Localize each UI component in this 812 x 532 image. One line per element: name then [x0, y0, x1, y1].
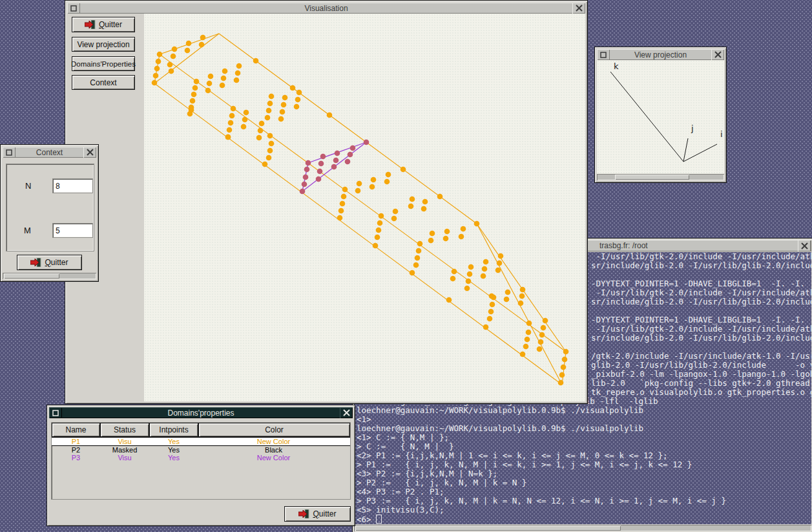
lattice-point: [282, 95, 288, 101]
table-cell: Visu: [100, 438, 149, 445]
lattice-point: [348, 152, 353, 158]
domains-titlebar[interactable]: Domains'properties: [49, 407, 353, 418]
column-header-name[interactable]: Name: [52, 423, 100, 437]
lattice-point: [459, 234, 464, 240]
iconify-icon[interactable]: [67, 3, 80, 14]
lattice-point: [518, 301, 524, 306]
lattice-point: [505, 290, 511, 295]
terminal-scrollbar-thumb[interactable]: [355, 526, 621, 531]
column-header-status[interactable]: Status: [100, 423, 149, 437]
lattice-point: [231, 106, 236, 112]
lattice-point: [450, 276, 456, 282]
lattice-point: [186, 41, 192, 47]
lattice-point: [355, 188, 361, 194]
lattice-point: [490, 302, 495, 308]
column-header-color[interactable]: Color: [198, 423, 350, 437]
axes-canvas[interactable]: kji: [597, 60, 724, 175]
table-row[interactable]: P3VisuYesNew Color: [52, 454, 350, 462]
lattice-point: [410, 270, 415, 276]
lattice-point: [317, 169, 323, 175]
table-cell: New Color: [198, 438, 349, 445]
lattice-point: [467, 271, 473, 277]
terminal-title: trasbg.fr: /root: [599, 241, 648, 250]
scrollbar-thumb[interactable]: [4, 273, 59, 279]
table-cell: P1: [52, 438, 100, 445]
m-field[interactable]: [52, 223, 93, 238]
m-label: M: [24, 226, 31, 235]
lattice-point: [304, 167, 310, 173]
column-header-intpoints[interactable]: Intpoints: [149, 423, 198, 437]
window-title: View projection: [610, 50, 711, 59]
window-title: Visualisation: [80, 4, 572, 13]
lattice-point: [563, 349, 569, 355]
lattice-point: [437, 194, 443, 200]
lattice-point: [208, 74, 214, 80]
lattice-point: [229, 113, 235, 119]
lattice-point: [228, 120, 234, 126]
lattice-point: [461, 226, 466, 232]
lattice-point: [318, 161, 324, 167]
lattice-point: [481, 273, 486, 279]
close-icon[interactable]: [340, 407, 353, 418]
lattice-point: [266, 155, 272, 161]
lattice-point: [474, 221, 480, 227]
lattice-point: [171, 54, 176, 59]
iconify-icon[interactable]: [49, 407, 62, 418]
lattice-point: [526, 330, 532, 335]
lattice-point: [152, 80, 158, 86]
lattice-point: [266, 108, 272, 114]
lattice-point: [415, 255, 421, 261]
context-titlebar[interactable]: Context: [3, 147, 96, 158]
domains-properties-button[interactable]: Domains'Properties: [72, 56, 135, 71]
wireframe-edge: [154, 83, 562, 385]
scrollbar-thumb[interactable]: [615, 175, 689, 180]
lattice-point: [294, 104, 300, 110]
view-projection-titlebar[interactable]: View projection: [597, 49, 724, 60]
iconify-icon[interactable]: [3, 147, 16, 158]
quitter-button[interactable]: Quitter: [284, 506, 351, 522]
n-label: N: [25, 181, 31, 191]
table-row[interactable]: P1VisuYesNew Color: [52, 437, 350, 446]
table-cell: P2: [52, 446, 100, 454]
lattice-point: [525, 337, 530, 343]
table-row[interactable]: P2MaskedYesBlack: [52, 446, 350, 454]
quitter-button[interactable]: Quitter: [17, 255, 82, 270]
lattice-point: [269, 141, 275, 147]
n-field[interactable]: [52, 178, 93, 193]
quitter-button[interactable]: Quitter: [72, 17, 135, 32]
lattice-point: [489, 293, 495, 299]
context-scrollbar[interactable]: [3, 273, 96, 279]
lattice-point: [561, 365, 567, 370]
lattice-point: [376, 228, 382, 233]
lattice-point: [265, 115, 271, 121]
lattice-point: [464, 286, 470, 292]
lattice-point: [258, 128, 264, 134]
lattice-point: [267, 101, 273, 107]
lattice-point: [342, 187, 348, 193]
iconify-icon[interactable]: [597, 49, 610, 60]
wireframe-edge: [683, 138, 688, 162]
polyhedron-canvas[interactable]: [144, 14, 585, 401]
lattice-point: [373, 243, 379, 249]
view-projection-scrollbar[interactable]: [597, 174, 724, 180]
lattice-point: [194, 79, 200, 85]
close-icon[interactable]: [711, 49, 724, 60]
visualisation-titlebar[interactable]: Visualisation: [67, 3, 585, 14]
close-icon[interactable]: [83, 147, 96, 158]
lattice-point: [167, 62, 173, 68]
close-icon[interactable]: [798, 240, 811, 251]
lattice-point: [495, 268, 501, 273]
window-title: Domains'properties: [62, 409, 340, 418]
lattice-point: [370, 184, 375, 190]
context-button[interactable]: Context: [72, 75, 135, 90]
terminal-scrollbar[interactable]: [354, 525, 811, 531]
view-projection-button[interactable]: View projection: [72, 37, 135, 52]
lattice-point: [410, 197, 415, 202]
lattice-point: [191, 92, 197, 98]
lattice-point: [520, 287, 526, 293]
domains-table-body: P1VisuYesNew ColorP2MaskedYesBlackP3Visu…: [52, 437, 350, 462]
lattice-point: [267, 148, 273, 154]
lattice-point: [290, 85, 296, 91]
view-projection-window: View projection kji: [594, 47, 727, 183]
close-icon[interactable]: [572, 3, 585, 14]
